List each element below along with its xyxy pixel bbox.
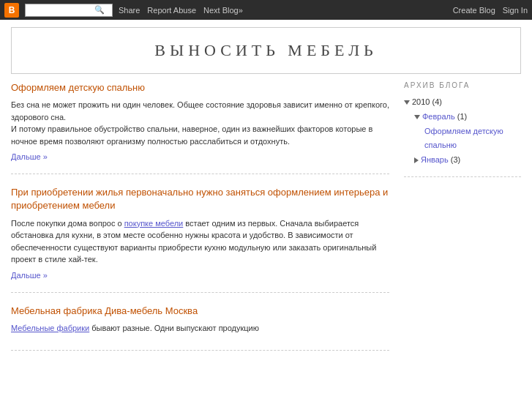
site-title: ВЫНОСИТЬ МЕБЕЛЬ [25, 41, 507, 60]
post-2-title[interactable]: При приобретении жилья первоначально нуж… [11, 186, 389, 212]
triangle-right-icon-jan [414, 157, 419, 163]
triangle-down-icon [404, 100, 410, 105]
nav-right: Create Blog Sign In [453, 6, 528, 15]
archive-year-2010[interactable]: 2010 (4) [404, 95, 521, 110]
nav-next-blog[interactable]: Next Blog» [203, 6, 243, 15]
post-1-body: Без сна не может прожить ни один человек… [11, 99, 389, 147]
nav-links: Share Report Abuse Next Blog» [119, 6, 447, 15]
triangle-down-icon-feb [414, 115, 420, 119]
post-2-link[interactable]: покупке мебели [124, 219, 184, 228]
post-3-body: Мебельные фабрики бывают разные. Одни вы… [11, 322, 389, 335]
search-box[interactable]: 🔍 [25, 4, 113, 17]
site-header: ВЫНОСИТЬ МЕБЕЛЬ [11, 27, 521, 74]
nav-report-abuse[interactable]: Report Abuse [147, 6, 196, 15]
post-1: Оформляем детскую спальню Без сна не мож… [11, 81, 389, 174]
post-1-read-more[interactable]: Дальше » [11, 152, 48, 161]
archive-post-sub-link[interactable]: Оформляем детскую спальню [424, 124, 521, 154]
post-2: При приобретении жилья первоначально нуж… [11, 186, 389, 292]
post-2-body-text: После покупки дома вопрос о покупке мебе… [11, 219, 376, 264]
post-3-body-text: Мебельные фабрики бывают разные. Одни вы… [11, 324, 259, 332]
post-1-body-text: Без сна не может прожить ни один человек… [11, 100, 389, 146]
post-3: Мебельная фабрика Дива-мебель Москва Меб… [11, 305, 389, 351]
post-3-link[interactable]: Мебельные фабрики [11, 324, 89, 332]
archive-february-link[interactable]: Февраль [422, 110, 455, 124]
post-2-body: После покупки дома вопрос о покупке мебе… [11, 217, 389, 266]
nav-create-blog[interactable]: Create Blog [453, 6, 495, 15]
post-3-title[interactable]: Мебельная фабрика Дива-мебель Москва [11, 305, 389, 318]
navbar: B 🔍 Share Report Abuse Next Blog» Create… [0, 0, 532, 20]
archive-month-february[interactable]: Февраль (1) [414, 110, 521, 124]
search-icon: 🔍 [94, 5, 105, 15]
archive-year-count: (4) [432, 95, 441, 110]
archive-january-link[interactable]: Январь [421, 153, 449, 168]
main-layout: Оформляем детскую спальню Без сна не мож… [0, 81, 532, 362]
archive-january-count: (3) [451, 153, 460, 168]
nav-sign-in[interactable]: Sign In [503, 6, 528, 15]
archive-title: АРХИВ БЛОГА [404, 81, 521, 89]
sidebar-divider [404, 176, 521, 177]
archive-month-january[interactable]: Январь (3) [414, 153, 521, 168]
posts-column: Оформляем детскую спальню Без сна не мож… [11, 81, 389, 362]
archive-tree: 2010 (4) Февраль (1) Оформляем детскую с… [404, 95, 521, 168]
search-input[interactable] [29, 6, 94, 15]
archive-year-label: 2010 [412, 95, 430, 110]
nav-share[interactable]: Share [119, 6, 140, 15]
sidebar: АРХИВ БЛОГА 2010 (4) Февраль (1) Оформля… [404, 81, 521, 362]
page: ВЫНОСИТЬ МЕБЕЛЬ Оформляем детскую спальн… [0, 27, 532, 362]
post-1-title[interactable]: Оформляем детскую спальню [11, 81, 389, 94]
post-2-read-more[interactable]: Дальше » [11, 271, 48, 280]
blogger-logo: B [4, 3, 19, 18]
archive-february-count: (1) [457, 110, 467, 124]
